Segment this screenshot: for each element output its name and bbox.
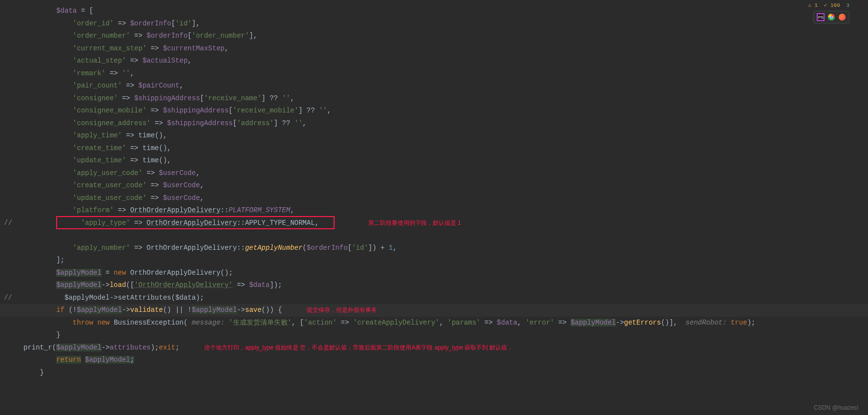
annotation-label: 提交保存，但是外面有事务 (307, 306, 377, 313)
highlighted-line: // 'apply_type' => OrthOrderApplyDeliver… (0, 217, 868, 242)
annotation-label: 第二阶段要使用的字段，默认值是 1 (368, 219, 461, 226)
code-editor[interactable]: $data = [ 'order_id' => $orderInfo['id']… (0, 0, 868, 379)
annotation-label: 这个地方打印，apply_type 值始终是 空，不会是默认值；导致后面第二阶段… (204, 344, 513, 351)
caret-line[interactable]: if (!$applyModel->validate() || !$applyM… (0, 304, 868, 317)
watermark: CSDN @huazeci (814, 404, 858, 411)
